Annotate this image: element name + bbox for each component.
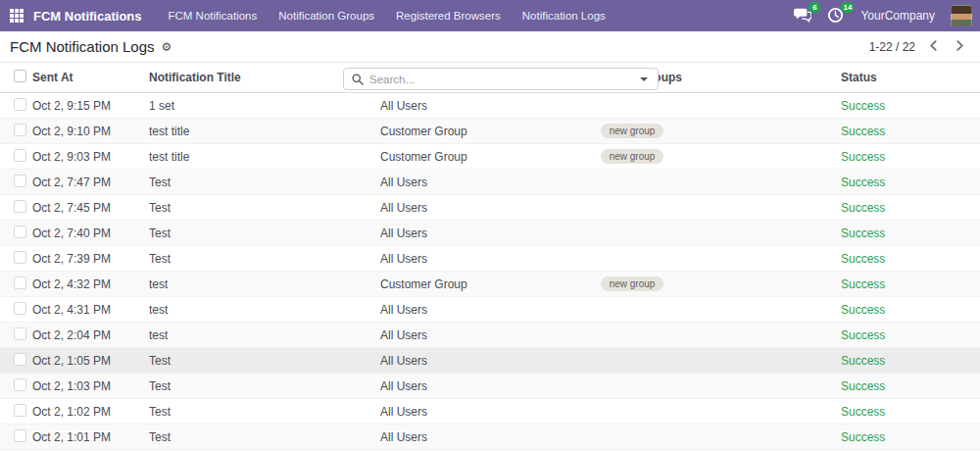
cell-status: Success [833,125,980,138]
cell-notification-title: test [149,303,380,317]
row-checkbox[interactable] [14,175,26,187]
cell-sent-at: Oct 2, 1:01 PM [32,430,149,444]
cell-status: Success [833,175,980,189]
cell-notification-title: Test [149,354,380,368]
cell-status: Success [833,226,980,240]
cell-status: Success [833,303,980,317]
select-all-checkbox[interactable] [14,70,26,82]
table-row[interactable]: Oct 2, 7:39 PMTestAll UsersSuccess [0,246,980,272]
table-row[interactable]: Oct 2, 4:32 PMtestCustomer Groupnew grou… [0,272,980,297]
row-checkbox-cell [0,200,32,216]
row-checkbox[interactable] [14,353,26,366]
pager-next-button[interactable] [952,37,968,56]
cell-notification-title: Test [149,379,380,393]
cell-customer-groups: new group [544,276,833,291]
cell-recipient-type: All Users [380,405,544,419]
row-checkbox[interactable] [14,226,26,238]
row-checkbox[interactable] [14,404,26,417]
cell-recipient-type: All Users [380,379,544,393]
table-row[interactable]: Oct 2, 2:04 PMtestAll UsersSuccess [0,323,980,348]
cell-status: Success [833,150,980,164]
search-input[interactable] [369,74,634,85]
page-title: FCM Notification Logs [10,38,155,55]
row-checkbox-cell [0,302,32,318]
search-filters-caret-icon[interactable] [634,69,654,89]
cell-notification-title: 1 set [149,99,380,113]
pager-previous-button[interactable] [925,37,942,56]
table-row[interactable]: Oct 2, 1:03 PMTestAll UsersSuccess [0,374,980,399]
cell-status: Success [833,328,980,342]
cell-recipient-type: All Users [380,99,544,113]
cell-notification-title: Test [149,405,380,419]
cell-notification-title: Test [149,430,380,444]
app-brand[interactable]: FCM Notifications [33,9,142,24]
nav-item-registered-browsers[interactable]: Registered Browsers [387,6,510,25]
control-panel: FCM Notification Logs ⚙ 1-22 / 22 [0,31,980,63]
company-switcher[interactable]: YourCompany [860,9,935,23]
messages-count-badge: 6 [808,2,820,13]
pager: 1-22 / 22 [869,37,968,56]
table-row[interactable]: Oct 2, 1:02 PMTestAll UsersSuccess [0,399,980,425]
cell-recipient-type: All Users [380,354,544,368]
nav-menu: FCM Notifications Notification Groups Re… [160,6,795,25]
apps-menu-icon[interactable] [10,9,24,23]
activities-clock-icon[interactable]: 14 [827,7,847,25]
row-checkbox-cell [0,429,32,445]
row-checkbox-cell [0,226,32,241]
row-checkbox[interactable] [14,124,26,136]
row-checkbox-cell [0,98,32,114]
cell-recipient-type: Customer Group [380,150,544,164]
table-row[interactable]: Oct 2, 9:15 PM1 setAll UsersSuccess [0,93,980,119]
table-row[interactable]: Oct 2, 9:03 PMtest titleCustomer Groupne… [0,144,980,170]
table-row[interactable]: Oct 2, 1:05 PMTestAll UsersSuccess [0,348,980,374]
user-avatar[interactable] [951,5,972,26]
customer-group-badge: new group [601,149,664,164]
row-checkbox[interactable] [14,429,26,442]
messages-icon[interactable]: 6 [794,7,813,25]
cell-notification-title: test [149,328,380,342]
row-checkbox-cell [0,149,32,165]
row-checkbox[interactable] [14,149,26,162]
row-checkbox[interactable] [14,200,26,213]
column-header-sent-at[interactable]: Sent At [32,71,149,84]
row-checkbox[interactable] [14,327,26,340]
cell-notification-title: Test [149,201,380,215]
cell-status: Success [833,99,980,113]
cell-sent-at: Oct 2, 9:03 PM [32,150,149,164]
nav-item-fcm-notifications[interactable]: FCM Notifications [160,6,267,25]
row-checkbox[interactable] [14,251,26,264]
table-row[interactable]: Oct 2, 7:47 PMTestAll UsersSuccess [0,170,980,195]
table-row[interactable]: Oct 2, 7:40 PMTestAll UsersSuccess [0,221,980,246]
cell-recipient-type: All Users [380,201,544,215]
cell-status: Success [833,405,980,419]
row-checkbox[interactable] [14,378,26,391]
row-checkbox-cell [0,175,32,190]
table-row[interactable]: Oct 2, 1:01 PMTestAll UsersSuccess [0,425,980,450]
cell-recipient-type: All Users [380,226,544,240]
cell-notification-title: test [149,277,380,291]
column-header-status[interactable]: Status [833,71,980,84]
nav-item-notification-logs[interactable]: Notification Logs [514,6,614,25]
table-row[interactable]: Oct 2, 7:45 PMTestAll UsersSuccess [0,195,980,221]
cell-sent-at: Oct 2, 7:39 PM [32,252,149,266]
action-gear-icon[interactable]: ⚙ [162,41,172,53]
cell-sent-at: Oct 2, 2:04 PM [32,328,149,342]
row-checkbox-cell [0,404,32,420]
cell-sent-at: Oct 2, 7:47 PM [32,175,149,189]
cell-sent-at: Oct 2, 1:05 PM [32,354,149,368]
row-checkbox-cell [0,276,32,292]
nav-item-notification-groups[interactable]: Notification Groups [270,6,383,25]
table-row[interactable]: Oct 2, 4:31 PMtestAll UsersSuccess [0,297,980,323]
activities-count-badge: 14 [841,2,854,13]
cell-customer-groups: new group [544,149,833,164]
row-checkbox[interactable] [14,276,26,289]
cell-sent-at: Oct 2, 7:45 PM [32,201,149,215]
cell-notification-title: Test [149,175,380,189]
table-row[interactable]: Oct 2, 9:10 PMtest titleCustomer Groupne… [0,119,980,144]
customer-group-badge: new group [601,124,664,138]
row-checkbox[interactable] [14,302,26,315]
row-checkbox[interactable] [14,98,26,111]
cell-customer-groups: new group [544,124,833,138]
row-checkbox-cell [0,327,32,343]
cell-recipient-type: All Users [380,328,544,342]
